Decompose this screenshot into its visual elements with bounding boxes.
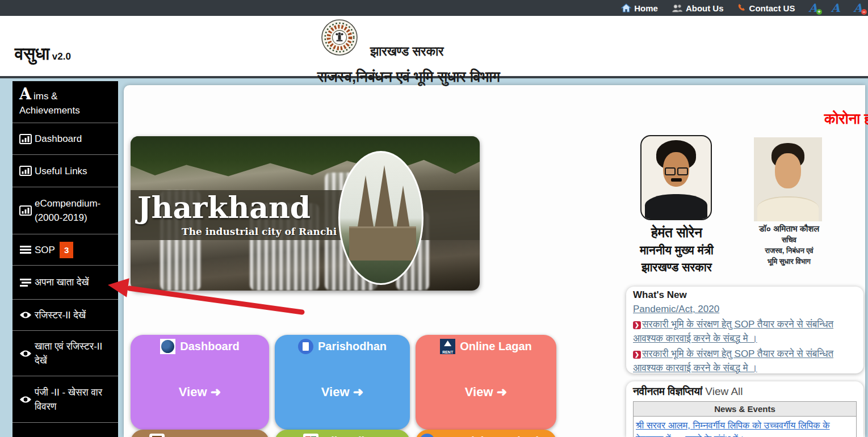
sidebar-item-sop[interactable]: SOP 3 [12,234,118,266]
sidebar-item-label: खाता एवं रजिस्टर-II देखें [35,339,112,368]
news-link[interactable]: सरकारी भूमि के संरक्षण हेतु SOP तैयार कर… [633,319,833,344]
sidebar-item-khata-register2[interactable]: खाता एवं रजिस्टर-II देखें [12,331,118,376]
news-link[interactable]: सरकारी भूमि के संरक्षण हेतु SOP तैयार कर… [633,348,833,373]
sidebar-item-useful-links[interactable]: Useful Links [12,155,118,187]
whats-new-list: Pandemic/Act, 2020 ❯सरकारी भूमि के संरक्… [633,301,857,373]
document-circle-icon [298,339,313,354]
font-normal-button[interactable]: A [831,2,840,14]
sidebar-item-ecompendium[interactable]: eCompendium-(2000-2019) [12,187,118,234]
eye-icon [19,311,32,319]
official-name: डॉ० अमिताभ कौशल [745,222,833,234]
contact-us-label: Contact US [749,3,795,13]
card-header: Parishodhan [275,335,410,354]
card-header: Complain Monitoring [416,430,556,437]
font-decrease-button[interactable]: A − [853,2,862,14]
view-button[interactable]: View ➜ [131,385,269,400]
news-item[interactable]: ❯सरकारी भूमि के संरक्षण हेतु SOP तैयार क… [633,317,857,346]
jharkhand-state-emblem-icon [321,19,358,58]
about-us-link[interactable]: About Us [672,3,724,13]
sidebar-item-label: Useful Links [35,164,87,178]
corona-marquee-text: कोरोना ह [824,110,868,128]
brand-version: v2.0 [52,51,71,62]
dashboard-card[interactable]: Dashboard View ➜ [131,335,269,430]
card-header: Nibandhan [275,430,410,437]
chief-minister-photo [640,135,712,220]
notice-link[interactable]: श्री सरवर आलम, निम्नवर्गीय लिपिक को उच्च… [636,420,830,437]
revenue-court-card[interactable]: Revenue Court [131,430,269,437]
view-button[interactable]: View ➜ [275,385,410,400]
news-events-table-header: News & Events [634,402,857,417]
menu-list-icon [19,245,32,254]
card-title: Online Lagan [460,340,532,353]
sidebar-item-label: SOP [35,243,55,257]
right-arrow-icon: ➜ [211,385,221,399]
card-title: Complain Monitoring [439,435,553,437]
view-label: View [321,385,350,399]
official-dept1: राजस्व, निबंधन एवं [745,245,833,256]
avatar-body [645,194,707,219]
nibandhan-card[interactable]: Nibandhan [275,430,410,437]
jharkhand-banner-image: Jharkhand The industrial city of Ranchi … [131,136,480,291]
table-row[interactable]: श्री सरवर आलम, निम्नवर्गीय लिपिक को उच्च… [634,417,857,437]
right-arrow-icon: ➜ [497,385,507,399]
view-all-link[interactable]: View All [705,385,743,397]
arrow-bullet-icon: ❯ [633,351,641,359]
official-name: हेमंत सोरेन [627,224,727,242]
bar-chart-icon [19,134,32,144]
eye-icon [19,396,32,404]
home-label: Home [634,3,658,13]
contact-us-link[interactable]: Contact US [737,3,795,13]
sidebar-item-aims-achievements[interactable]: Aims & Achievements [12,81,118,123]
secretary-caption: डॉ० अमिताभ कौशल सचिव राजस्व, निबंधन एवं … [745,222,833,267]
parishodhan-card[interactable]: Parishodhan View ➜ [275,335,410,430]
phone-icon [737,3,747,12]
sidebar-item-panji2-khesra[interactable]: पंजी -II - खेसरा वार विवरण [12,376,118,423]
top-utility-bar: Home About Us Contact US A + A A − [0,0,868,16]
banner-caption-band: Jharkhand The industrial city of Ranchi … [131,190,480,240]
chief-minister-caption: हेमंत सोरेन माननीय मुख्य मंत्री झारखण्ड … [627,224,727,276]
sidebar-item-dashboard[interactable]: Dashboard [12,123,118,155]
font-increase-button[interactable]: A + [808,2,817,14]
sidebar-item-label: रजिस्टर-II देखें [35,308,86,322]
card-header: Revenue Court [131,430,269,437]
sidebar-item-clipped[interactable] [12,423,118,436]
avatar-mustache [671,178,681,182]
news-link[interactable]: Pandemic/Act, 2020 [633,304,719,314]
view-button[interactable]: View ➜ [416,385,556,400]
rent-building-icon: RENT [440,339,455,354]
card-title: Nibandhan [323,435,381,437]
avatar-body [757,196,819,221]
dashboard-globe-icon [160,339,175,354]
book-icon [303,434,318,437]
arrow-bullet-icon: ❯ [633,321,641,329]
brand-name: वसुधा [15,43,49,64]
home-link[interactable]: Home [621,3,658,13]
sidebar-item-register2[interactable]: रजिस्टर-II देखें [12,300,118,331]
plus-icon: + [816,9,822,15]
sidebar-item-label: Dashboard [35,132,82,146]
whats-new-title: What's New [633,289,857,301]
complain-monitoring-card[interactable]: Complain Monitoring [416,430,556,437]
banner-foliage [131,136,480,177]
secretary-photo [754,137,822,221]
news-item-clipped[interactable]: Pandemic/Act, 2020 [633,302,857,316]
card-header: RENT Online Lagan [416,335,556,354]
card-header: Dashboard [131,335,269,354]
official-dept2: भूमि सुधार विभाग [745,256,833,267]
court-gavel-icon [149,434,165,437]
news-item[interactable]: ❯सरकारी भूमि के संरक्षण हेतु SOP तैयार क… [633,347,857,373]
temple-base [349,226,416,260]
avatar-face [775,153,801,188]
news-events-table: News & Events श्री सरवर आलम, निम्नवर्गीय… [633,401,857,437]
site-header: वसुधा v2.0 झारखण्ड सरकार राजस्व,निबंधन ए… [0,16,868,78]
sidebar-item-apna-khata[interactable]: अपना खाता देखें [12,266,118,300]
minus-icon: − [861,9,867,15]
page: { "topbar": { "home": "Home", "about_us"… [0,0,868,437]
online-lagan-card[interactable]: RENT Online Lagan View ➜ [416,335,556,430]
bar-chart-icon [19,205,32,216]
department-name: राजस्व,निबंधन एवं भूमि सुधार विभाग [284,68,534,86]
sidebar-menu: Aims & Achievements Dashboard Useful Lin… [12,81,118,437]
glasses-icon [677,167,687,175]
sidebar-item-label: अपना खाता देखें [35,275,89,289]
official-title: सचिव [745,234,833,245]
